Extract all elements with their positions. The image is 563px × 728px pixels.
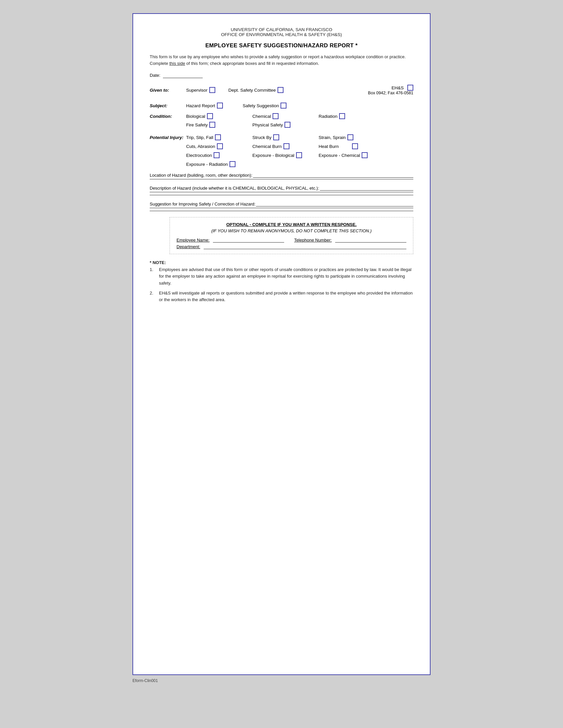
- exposure-biological-checkbox[interactable]: [296, 152, 302, 158]
- subject-label: Subject:: [150, 103, 186, 108]
- struck-by-checkbox[interactable]: [273, 134, 279, 140]
- employee-name-label: Employee Name:: [176, 238, 210, 243]
- supervisor-label: Supervisor: [186, 88, 208, 93]
- form-page: UNIVERSITY OF CALIFORNIA, SAN FRANCISCO …: [132, 13, 431, 675]
- optional-box: OPTIONAL - COMPLETE IF YOU WANT A WRITTE…: [169, 217, 413, 254]
- pi-row3: Electrocution Exposure - Biological Expo…: [150, 152, 413, 158]
- pi-trip-slip-fall: Trip, Slip, Fall: [186, 134, 252, 140]
- optional-name-telephone-row: Employee Name: Telephone Number:: [176, 237, 406, 243]
- note-num-1: 1.: [150, 266, 156, 286]
- heat-burn-label: Heat Burn: [319, 144, 339, 149]
- pi-cuts-abrasion: Cuts, Abrasion: [186, 143, 252, 149]
- org-line2: OFFICE OF ENVIRONMENTAL HEALTH & SAFETY …: [150, 32, 413, 37]
- intro-text: This form is for use by any employee who…: [150, 54, 413, 67]
- note-item-1: 1. Employees are advised that use of thi…: [150, 266, 413, 286]
- safety-suggestion-checkbox[interactable]: [280, 103, 287, 109]
- exposure-chemical-label: Exposure - Chemical: [319, 153, 360, 158]
- electrocution-label: Electrocution: [186, 153, 212, 158]
- form-title: EMPLOYEE SAFETY SUGGESTION/HAZARD REPORT…: [150, 42, 413, 49]
- condition-radiation: Radiation: [319, 113, 385, 119]
- date-input-line[interactable]: [163, 73, 203, 78]
- given-to-options: Supervisor Dept. Safety Committee: [186, 87, 368, 93]
- physical-safety-checkbox[interactable]: [285, 122, 291, 128]
- trip-slip-fall-checkbox[interactable]: [215, 134, 221, 140]
- suggestion-underline1: [150, 208, 413, 208]
- pi-exposure-radiation: Exposure - Radiation: [186, 161, 252, 167]
- note-num-2: 2.: [150, 290, 156, 303]
- location-section: Location of Hazard (building, room, othe…: [150, 172, 413, 179]
- chemical-checkbox[interactable]: [272, 113, 278, 119]
- pi-bold-label: Potential Injury:: [150, 135, 183, 140]
- location-text-line: Location of Hazard (building, room, othe…: [150, 172, 413, 178]
- optional-subtitle: (IF YOU WISH TO REMAIN ANONYMOUS, DO NOT…: [176, 228, 406, 233]
- employee-name-input[interactable]: [213, 237, 284, 243]
- suggestion-fill-line[interactable]: [256, 201, 413, 206]
- dept-safety-checkbox[interactable]: [277, 87, 284, 93]
- supervisor-checkbox[interactable]: [209, 87, 215, 93]
- hazard-report-checkbox[interactable]: [217, 103, 223, 109]
- trip-slip-fall-label: Trip, Slip, Fall: [186, 135, 213, 140]
- pi-electrocution: Electrocution: [186, 152, 252, 158]
- pi-row4: Exposure - Radiation: [150, 161, 413, 167]
- chemical-burn-checkbox[interactable]: [284, 143, 290, 149]
- biological-checkbox[interactable]: [207, 113, 213, 119]
- optional-fields: Employee Name: Telephone Number: Departm…: [176, 237, 406, 249]
- form-header: UNIVERSITY OF CALIFORNIA, SAN FRANCISCO …: [150, 27, 413, 37]
- condition-chemical: Chemical: [252, 113, 319, 119]
- struck-by-label: Struck By: [252, 135, 271, 140]
- pi-chemical-burn: Chemical Burn: [252, 143, 319, 149]
- ehs-checkbox[interactable]: [407, 85, 413, 91]
- date-label: Date:: [150, 73, 160, 78]
- ehs-top: EH&S: [392, 85, 413, 91]
- radiation-checkbox[interactable]: [339, 113, 345, 119]
- telephone-label: Telephone Number:: [294, 238, 332, 243]
- biological-label: Biological: [186, 114, 205, 119]
- electrocution-checkbox[interactable]: [213, 152, 219, 158]
- chemical-label: Chemical: [252, 114, 271, 119]
- hazard-report-label: Hazard Report: [186, 103, 215, 108]
- exposure-radiation-checkbox[interactable]: [229, 161, 235, 167]
- given-to-dept-safety: Dept. Safety Committee: [228, 87, 284, 93]
- condition-fire-safety: Fire Safety: [186, 122, 252, 128]
- condition-label: Condition:: [150, 114, 186, 119]
- pi-row2: Cuts, Abrasion Chemical Burn Heat Burn: [150, 143, 413, 149]
- location-underline: [150, 179, 413, 179]
- date-row: Date:: [150, 73, 413, 78]
- heat-burn-checkbox[interactable]: [352, 143, 358, 149]
- description-fill-line[interactable]: [320, 185, 413, 191]
- department-label: Department:: [176, 244, 200, 249]
- subject-hazard-report: Hazard Report: [186, 103, 223, 109]
- location-fill-line[interactable]: [253, 172, 413, 178]
- subject-row: Subject: Hazard Report Safety Suggestion: [150, 103, 413, 109]
- department-input[interactable]: [204, 244, 406, 249]
- given-to-supervisor: Supervisor: [186, 87, 215, 93]
- cuts-abrasion-checkbox[interactable]: [217, 143, 223, 149]
- radiation-label: Radiation: [319, 114, 338, 119]
- pi-label: Potential Injury:: [150, 135, 186, 140]
- org-line1: UNIVERSITY OF CALIFORNIA, SAN FRANCISCO: [150, 27, 413, 32]
- ehs-info: Box 0942; Fax 476-0581: [368, 91, 413, 95]
- dept-safety-label: Dept. Safety Committee: [228, 88, 276, 93]
- fire-safety-checkbox[interactable]: [209, 122, 215, 128]
- condition-items-row2: Fire Safety Physical Safety: [186, 122, 413, 128]
- potential-injury-section: Potential Injury: Trip, Slip, Fall Struc…: [150, 134, 413, 167]
- suggestion-text-line: Suggestion for Improving Safety / Correc…: [150, 201, 413, 206]
- given-to-row: Given to: Supervisor Dept. Safety Commit…: [150, 85, 413, 95]
- condition-items-row1: Biological Chemical Radiation: [186, 113, 413, 119]
- cuts-abrasion-label: Cuts, Abrasion: [186, 144, 215, 149]
- strain-sprain-checkbox[interactable]: [348, 134, 353, 140]
- note-text-2: EH&S will investigate all reports or que…: [159, 290, 413, 303]
- note-text-1: Employees are advised that use of this f…: [159, 266, 413, 286]
- exposure-chemical-checkbox[interactable]: [362, 152, 368, 158]
- chemical-burn-label: Chemical Burn: [252, 144, 282, 149]
- condition-row: Condition: Biological Chemical Radiation: [150, 113, 413, 128]
- telephone-input[interactable]: [335, 237, 406, 243]
- given-to-label: Given to:: [150, 88, 186, 93]
- description-section: Description of Hazard (include whether i…: [150, 185, 413, 195]
- pi-struck-by: Struck By: [252, 134, 319, 140]
- note-title: * NOTE:: [150, 260, 413, 265]
- fire-safety-label: Fire Safety: [186, 122, 208, 127]
- exposure-radiation-label: Exposure - Radiation: [186, 162, 228, 167]
- subject-safety-suggestion: Safety Suggestion: [243, 103, 287, 109]
- condition-biological: Biological: [186, 113, 252, 119]
